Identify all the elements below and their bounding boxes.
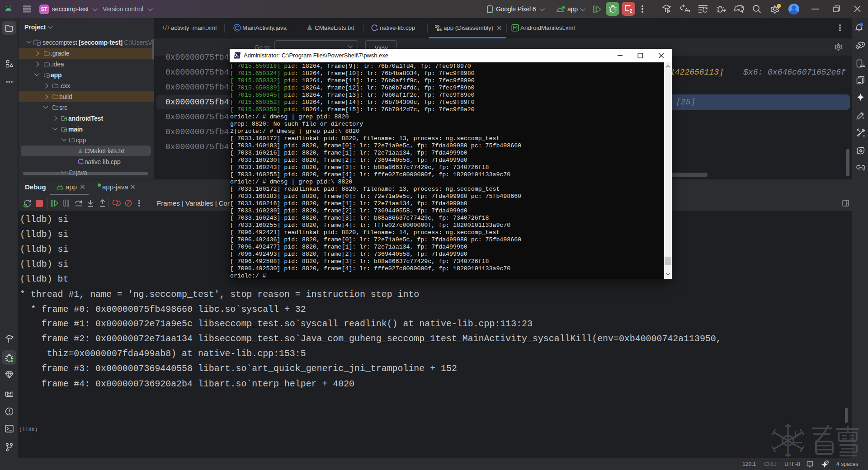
svg-text:A: A [684,7,689,14]
svg-text:2: 2 [630,9,632,13]
